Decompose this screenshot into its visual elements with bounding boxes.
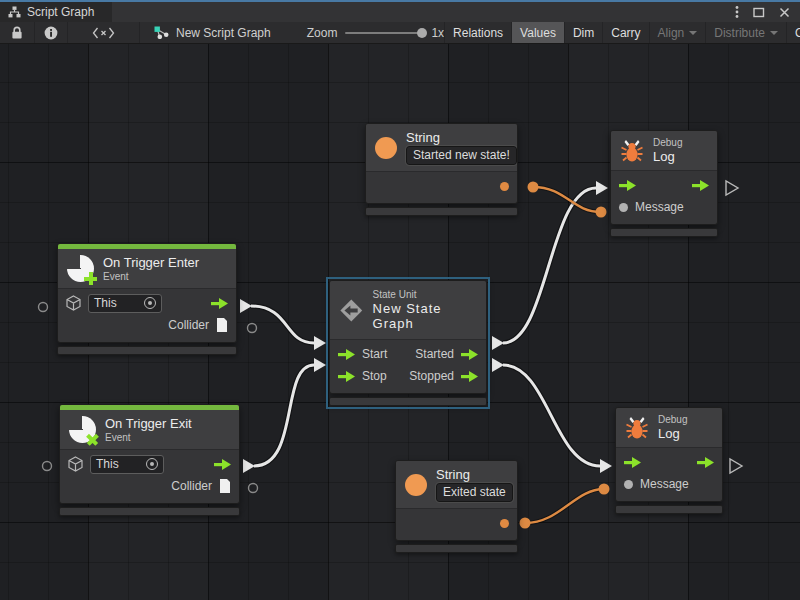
align-label: Align: [658, 26, 685, 40]
flow-output-port[interactable]: [461, 349, 478, 360]
object-picker-icon[interactable]: [144, 297, 156, 309]
node-footer: [365, 207, 518, 216]
node-string-top[interactable]: String Started new state!: [365, 123, 518, 216]
chevron-down-icon: [770, 31, 778, 35]
cross-badge-icon: [83, 430, 101, 448]
window-menu-icon[interactable]: [735, 5, 739, 19]
wire-stopped-to-log[interactable]: [492, 358, 612, 473]
node-title: New State Graph: [373, 301, 477, 331]
node-footer: [59, 507, 240, 516]
relation-port-circle[interactable]: [39, 303, 48, 312]
tab-script-graph[interactable]: Script Graph: [0, 2, 112, 22]
flow-output-port[interactable]: [692, 180, 709, 191]
flow-input-port[interactable]: [338, 371, 355, 382]
distribute-menu[interactable]: Distribute: [705, 22, 786, 43]
node-footer: [395, 544, 518, 553]
node-footer: [329, 397, 487, 406]
zoom-label: Zoom: [307, 26, 338, 40]
node-type-label: Debug: [653, 137, 682, 148]
tab-title: Script Graph: [27, 5, 94, 19]
object-picker-icon[interactable]: [146, 458, 158, 470]
zoom-slider-handle[interactable]: [417, 28, 427, 38]
graph-toolbar: New Script Graph Zoom 1x Relations Value…: [0, 22, 800, 44]
port-label: Started: [415, 347, 454, 361]
string-value-input[interactable]: Exited state: [436, 483, 513, 502]
node-on-trigger-exit[interactable]: On Trigger Exit Event This: [59, 404, 240, 516]
node-title: On Trigger Exit: [105, 416, 192, 431]
bug-icon: [620, 139, 644, 163]
node-string-bottom[interactable]: String Exited state: [395, 460, 518, 553]
graph-hierarchy-icon: [8, 6, 21, 18]
wire-exit-to-stop[interactable]: [243, 358, 326, 473]
relation-port-triangle[interactable]: [726, 181, 738, 195]
close-icon[interactable]: [779, 7, 790, 18]
zoom-control: Zoom 1x: [281, 22, 444, 43]
string-literal-icon: [375, 137, 397, 159]
gameobject-cube-icon: [66, 295, 81, 311]
on-trigger-exit-icon: [69, 416, 96, 443]
gameobject-cube-icon: [68, 456, 83, 472]
on-trigger-enter-icon: [67, 255, 94, 282]
node-footer: [615, 505, 723, 514]
align-menu[interactable]: Align: [649, 22, 706, 43]
flow-output-port[interactable]: [697, 457, 714, 468]
inspect-button[interactable]: [35, 22, 68, 43]
relations-toggle[interactable]: Relations: [444, 22, 511, 43]
port-label: Stopped: [409, 369, 454, 383]
node-debug-log-bottom[interactable]: Debug Log: [615, 407, 723, 514]
node-title: String: [406, 130, 517, 145]
flow-output-port[interactable]: [211, 298, 228, 309]
node-title: On Trigger Enter: [103, 255, 199, 270]
info-icon: [44, 26, 58, 40]
node-state-unit[interactable]: State Unit New State Graph Start Started: [329, 280, 487, 406]
carry-toggle[interactable]: Carry: [602, 22, 648, 43]
collider-output-port[interactable]: [219, 479, 231, 493]
wire-string-to-message-bottom[interactable]: [520, 484, 610, 529]
collider-output-port[interactable]: [216, 318, 228, 332]
node-on-trigger-enter[interactable]: On Trigger Enter Event This: [57, 243, 237, 355]
string-output-port[interactable]: [500, 519, 509, 528]
wire-enter-to-start[interactable]: [240, 299, 326, 350]
node-footer: [57, 346, 237, 355]
flow-output-port[interactable]: [461, 371, 478, 382]
flow-output-port[interactable]: [214, 459, 231, 470]
port-label: Message: [635, 200, 684, 214]
node-type-label: State Unit: [373, 289, 477, 300]
toolbar-toggles: Relations Values Dim Carry Align Distrib…: [444, 22, 800, 43]
lock-button[interactable]: [0, 22, 35, 43]
target-object-dropdown[interactable]: This: [90, 455, 164, 474]
script-graph-icon: [154, 26, 169, 39]
message-input-port[interactable]: [624, 480, 633, 489]
window-controls: [735, 2, 800, 22]
script-graph-window: Script Graph: [0, 0, 800, 600]
flow-input-port[interactable]: [338, 349, 355, 360]
values-toggle[interactable]: Values: [511, 22, 564, 43]
code-brackets-icon: [92, 27, 115, 39]
node-type-label: Debug: [658, 414, 687, 425]
overview-button[interactable]: Overview: [786, 22, 800, 43]
node-debug-log-top[interactable]: Debug Log: [610, 130, 718, 237]
graph-canvas[interactable]: String Started new state!: [0, 44, 800, 600]
node-title: Log: [658, 426, 687, 441]
lock-icon: [9, 25, 25, 40]
flow-input-port[interactable]: [624, 457, 641, 468]
flow-input-port[interactable]: [619, 180, 636, 191]
dim-toggle[interactable]: Dim: [564, 22, 602, 43]
string-value-input[interactable]: Started new state!: [406, 146, 517, 165]
string-output-port[interactable]: [500, 182, 509, 191]
breadcrumb[interactable]: New Script Graph: [140, 22, 281, 43]
zoom-slider[interactable]: [345, 32, 423, 34]
target-object-value: This: [96, 457, 141, 471]
breadcrumb-graph-name: New Script Graph: [176, 26, 271, 40]
relation-port-circle[interactable]: [248, 324, 257, 333]
target-object-dropdown[interactable]: This: [88, 294, 162, 313]
plus-badge-icon: [84, 272, 97, 285]
code-view-button[interactable]: [68, 22, 140, 43]
message-input-port[interactable]: [619, 203, 628, 212]
relation-port-circle[interactable]: [43, 462, 52, 471]
maximize-icon[interactable]: [753, 7, 765, 18]
zoom-value: 1x: [431, 26, 444, 40]
relation-port-circle[interactable]: [249, 484, 258, 493]
relation-port-triangle[interactable]: [730, 459, 742, 473]
node-title: Log: [653, 149, 682, 164]
